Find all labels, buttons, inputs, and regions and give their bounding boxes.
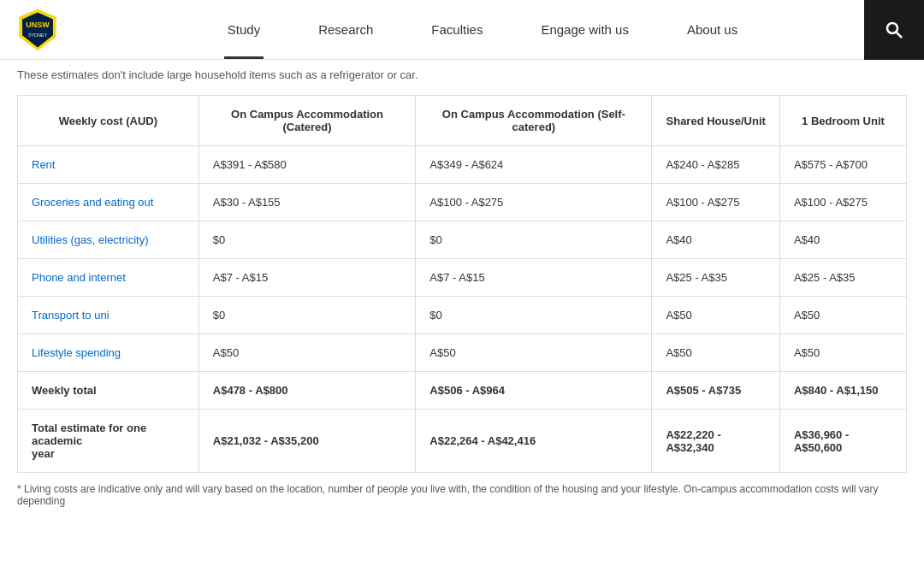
search-icon bbox=[884, 20, 904, 40]
row-bedroom: A$575 - A$700 bbox=[779, 146, 906, 184]
row-shared: A$100 - A$275 bbox=[652, 184, 780, 221]
row-self-catered: A$100 - A$275 bbox=[416, 184, 652, 221]
annual-total-catered: A$21,032 - A$35,200 bbox=[198, 410, 416, 473]
footnote: * Living costs are indicative only and w… bbox=[17, 473, 907, 517]
col-header-shared: Shared House/Unit bbox=[652, 96, 780, 146]
row-label: Lifestyle spending bbox=[18, 334, 199, 372]
row-bedroom: A$50 bbox=[779, 334, 906, 372]
table-row: Lifestyle spending A$50 A$50 A$50 A$50 bbox=[18, 334, 907, 372]
col-header-bedroom: 1 Bedroom Unit bbox=[779, 96, 906, 146]
row-catered: A$391 - A$580 bbox=[198, 146, 416, 184]
weekly-total-shared: A$505 - A$735 bbox=[652, 372, 780, 410]
weekly-total-label: Weekly total bbox=[18, 372, 199, 410]
row-catered: A$50 bbox=[198, 334, 416, 372]
nav-study[interactable]: Study bbox=[224, 0, 264, 59]
weekly-total-bedroom: A$840 - A$1,150 bbox=[779, 372, 906, 410]
row-bedroom: A$50 bbox=[779, 297, 906, 334]
logo[interactable]: UNSW SYDNEY bbox=[17, 8, 58, 52]
annual-total-bedroom: A$36,960 - A$50,600 bbox=[779, 410, 906, 473]
annual-total-self-catered: A$22,264 - A$42,416 bbox=[416, 410, 652, 473]
annual-total-label: Total estimate for one academicyear bbox=[18, 410, 199, 473]
col-header-catered: On Campus Accommodation (Catered) bbox=[198, 96, 416, 146]
main-nav: Study Research Faculties Engage with us … bbox=[58, 0, 907, 59]
nav-about[interactable]: About us bbox=[684, 0, 741, 59]
col-header-weekly-cost: Weekly cost (AUD) bbox=[18, 96, 199, 146]
weekly-total-self-catered: A$506 - A$964 bbox=[416, 372, 652, 410]
table-header-row: Weekly cost (AUD) On Campus Accommodatio… bbox=[18, 96, 907, 146]
intro-text: These estimates don't include large hous… bbox=[17, 60, 907, 95]
row-label: Transport to uni bbox=[18, 297, 199, 334]
annual-total-shared: A$22,220 - A$32,340 bbox=[652, 410, 780, 473]
header: UNSW SYDNEY Study Research Faculties Eng… bbox=[0, 0, 924, 60]
row-self-catered: A$349 - A$624 bbox=[416, 146, 652, 184]
row-self-catered: $0 bbox=[416, 221, 652, 259]
col-header-self-catered: On Campus Accommodation (Self-catered) bbox=[416, 96, 652, 146]
svg-line-5 bbox=[897, 32, 902, 38]
row-bedroom: A$25 - A$35 bbox=[779, 259, 906, 297]
row-label: Utilities (gas, electricity) bbox=[18, 221, 199, 259]
row-bedroom: A$40 bbox=[779, 221, 906, 259]
table-row: Transport to uni $0 $0 A$50 A$50 bbox=[18, 297, 907, 334]
table-row: Phone and internet A$7 - A$15 A$7 - A$15… bbox=[18, 259, 907, 297]
table-row: Utilities (gas, electricity) $0 $0 A$40 … bbox=[18, 221, 907, 259]
svg-text:SYDNEY: SYDNEY bbox=[28, 32, 47, 38]
nav-research[interactable]: Research bbox=[315, 0, 376, 59]
row-bedroom: A$100 - A$275 bbox=[779, 184, 906, 221]
row-catered: $0 bbox=[198, 297, 416, 334]
row-catered: $0 bbox=[198, 221, 416, 259]
row-shared: A$240 - A$285 bbox=[652, 146, 780, 184]
nav-engage[interactable]: Engage with us bbox=[537, 0, 632, 59]
cost-table: Weekly cost (AUD) On Campus Accommodatio… bbox=[17, 95, 907, 473]
row-shared: A$40 bbox=[652, 221, 780, 259]
search-button[interactable] bbox=[864, 0, 924, 60]
row-shared: A$50 bbox=[652, 334, 780, 372]
weekly-total-catered: A$478 - A$800 bbox=[198, 372, 416, 410]
table-row: Rent A$391 - A$580 A$349 - A$624 A$240 -… bbox=[18, 146, 907, 184]
row-label: Phone and internet bbox=[18, 259, 199, 297]
row-self-catered: A$7 - A$15 bbox=[416, 259, 652, 297]
annual-total-row: Total estimate for one academicyear A$21… bbox=[18, 410, 907, 473]
row-catered: A$7 - A$15 bbox=[198, 259, 416, 297]
row-shared: A$25 - A$35 bbox=[652, 259, 780, 297]
row-self-catered: A$50 bbox=[416, 334, 652, 372]
row-label: Rent bbox=[18, 146, 199, 184]
row-label: Groceries and eating out bbox=[18, 184, 199, 221]
page-content: These estimates don't include large hous… bbox=[0, 60, 924, 517]
row-shared: A$50 bbox=[652, 297, 780, 334]
row-self-catered: $0 bbox=[416, 297, 652, 334]
unsw-shield-icon: UNSW SYDNEY bbox=[17, 8, 58, 52]
weekly-total-row: Weekly total A$478 - A$800 A$506 - A$964… bbox=[18, 372, 907, 410]
row-catered: A$30 - A$155 bbox=[198, 184, 416, 221]
nav-faculties[interactable]: Faculties bbox=[428, 0, 486, 59]
svg-point-4 bbox=[887, 23, 897, 33]
table-row: Groceries and eating out A$30 - A$155 A$… bbox=[18, 184, 907, 221]
svg-text:UNSW: UNSW bbox=[26, 21, 50, 29]
